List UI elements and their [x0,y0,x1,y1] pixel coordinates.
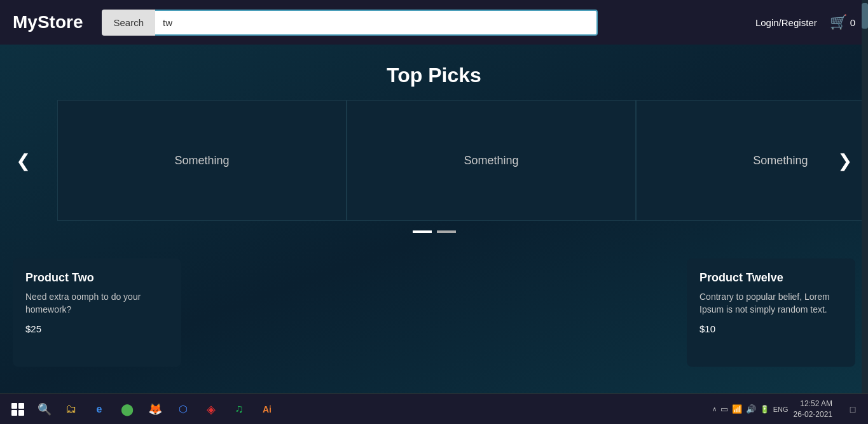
vscode-button[interactable]: ⬡ [170,397,196,422]
tray-icons: ∧ ▭ 📶 🔊 🔋 ENG [712,404,789,414]
product-1-name: Product Two [25,271,169,285]
tray-monitor-icon: ▭ [720,404,728,414]
cart-button[interactable]: 🛒 0 [830,14,855,31]
carousel-card-1-label: Something [174,154,229,167]
product-1-price: $25 [25,323,169,334]
search-container: Search [102,10,598,36]
tray-battery-icon: 🔋 [760,405,769,414]
carousel-card-1: Something [57,100,347,221]
edge-icon: e [97,404,102,415]
carousel-card-2: Something [347,100,636,221]
carousel-track: Something Something Something [0,100,868,221]
scrollbar[interactable] [862,0,868,393]
product-card-1[interactable]: Product Two Need extra oomph to do your … [13,258,181,367]
taskbar: 🔍 🗂 e ⬤ 🦊 ⬡ ◈ ♫ Ai ∧ ▭ 📶 🔊 🔋 ENG 12:52 A… [0,393,868,424]
carousel-card-2-label: Something [464,154,518,167]
file-explorer-button[interactable]: 🗂 [59,397,84,422]
chrome-button[interactable]: ⬤ [114,397,140,422]
product-2-desc: Contrary to popular belief, Lorem Ipsum … [699,291,843,316]
cart-icon-symbol: 🛒 [830,14,847,31]
header-right: Login/Register 🛒 0 [755,14,855,31]
tray-network-icon: 📶 [732,404,742,414]
logo: MyStore [13,12,83,32]
header: MyStore Search Login/Register 🛒 0 [0,0,868,45]
login-register-link[interactable]: Login/Register [755,17,817,28]
tray-chevron-icon[interactable]: ∧ [712,406,717,413]
carousel-prev-button[interactable]: ❮ [6,144,40,178]
windows-icon [11,403,24,416]
product-2-price: $10 [699,323,843,334]
firefox-button[interactable]: 🦊 [142,397,168,422]
search-input[interactable] [155,10,598,36]
carousel: ❮ Something Something Something ❯ [0,100,868,221]
product-1-desc: Need extra oomph to do your homework? [25,291,169,316]
main-content: Top Picks ❮ Something Something Somethin… [0,45,868,424]
chrome-icon: ⬤ [121,402,134,416]
ai-button[interactable]: Ai [254,397,280,422]
top-picks-title: Top Picks [0,64,868,87]
products-section: Product Two Need extra oomph to do your … [0,246,868,367]
carousel-dot-1[interactable] [413,230,432,233]
start-button[interactable] [5,397,31,422]
ai-icon: Ai [263,404,272,414]
clock-date: 26-02-2021 [794,409,832,420]
vscode-icon: ⬡ [179,403,188,415]
file-explorer-icon: 🗂 [65,402,77,416]
search-icon: 🔍 [38,402,52,416]
carousel-next-button[interactable]: ❯ [828,144,862,178]
red-app-icon: ◈ [207,402,216,416]
clock-area: 12:52 AM 26-02-2021 [794,399,837,420]
edge-button[interactable]: e [86,397,112,422]
taskbar-search-button[interactable]: 🔍 [33,398,56,421]
top-picks-section: Top Picks ❮ Something Something Somethin… [0,45,868,246]
tray-lang-label: ENG [773,406,789,413]
firefox-icon: 🦊 [148,402,162,416]
taskbar-right: ∧ ▭ 📶 🔊 🔋 ENG 12:52 AM 26-02-2021 □ [712,399,863,420]
cart-count: 0 [850,17,855,28]
clock-time: 12:52 AM [794,399,832,409]
tray-volume-icon: 🔊 [746,404,756,414]
spotify-button[interactable]: ♫ [226,397,252,422]
scrollbar-thumb[interactable] [862,3,868,29]
notification-icon: □ [850,404,855,414]
carousel-indicators [0,230,868,233]
spotify-icon: ♫ [235,402,244,416]
carousel-card-3-label: Something [753,154,808,167]
product-2-name: Product Twelve [699,271,843,285]
carousel-dot-2[interactable] [437,230,456,233]
notification-button[interactable]: □ [843,399,863,420]
product-card-2[interactable]: Product Twelve Contrary to popular belie… [687,258,855,367]
red-app-button[interactable]: ◈ [198,397,224,422]
search-button[interactable]: Search [102,10,155,36]
